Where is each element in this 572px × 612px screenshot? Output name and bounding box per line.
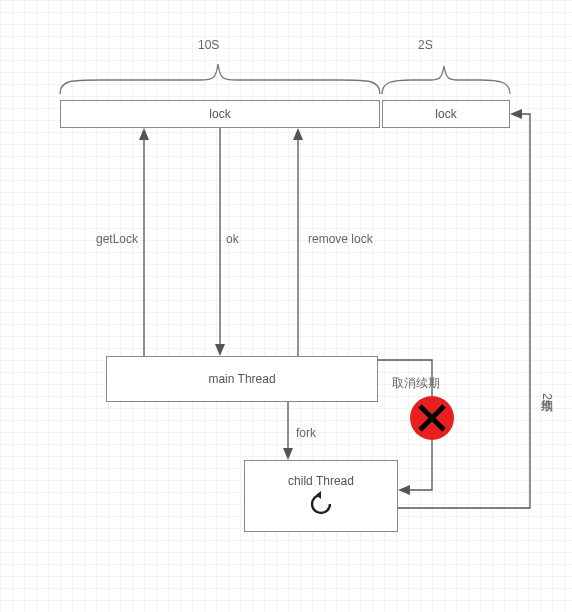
lock-box-right: lock xyxy=(382,100,510,128)
svg-marker-5 xyxy=(510,109,522,119)
duration-label-10s: 10S xyxy=(198,38,219,52)
diagram-canvas: lock lock main Thread child Thread 10S 2… xyxy=(0,0,572,612)
edge-label-fork: fork xyxy=(296,426,316,440)
svg-line-7 xyxy=(420,406,444,430)
svg-line-8 xyxy=(420,406,444,430)
svg-marker-1 xyxy=(215,344,225,356)
child-thread-box: child Thread xyxy=(244,460,398,532)
main-thread-label: main Thread xyxy=(208,372,275,386)
edge-label-renew-2s: 续期 2s xyxy=(538,390,555,406)
brace-right xyxy=(382,66,510,94)
lock-right-label: lock xyxy=(435,107,456,121)
edge-label-getlock: getLock xyxy=(96,232,138,246)
duration-label-2s: 2S xyxy=(418,38,433,52)
svg-marker-2 xyxy=(293,128,303,140)
main-thread-box: main Thread xyxy=(106,356,378,402)
child-thread-label: child Thread xyxy=(288,474,354,488)
arrow-renew-2s xyxy=(398,114,530,508)
edge-label-ok: ok xyxy=(226,232,239,246)
svg-marker-3 xyxy=(283,448,293,460)
svg-point-6 xyxy=(410,396,454,440)
svg-marker-0 xyxy=(139,128,149,140)
edge-label-removelock: remove lock xyxy=(308,232,373,246)
refresh-icon xyxy=(307,490,335,518)
lock-left-label: lock xyxy=(209,107,230,121)
cancel-icon xyxy=(410,396,454,440)
edge-label-cancel-renew: 取消续期 xyxy=(392,375,440,392)
brace-left xyxy=(60,64,380,94)
svg-marker-4 xyxy=(398,485,410,495)
lock-box-left: lock xyxy=(60,100,380,128)
